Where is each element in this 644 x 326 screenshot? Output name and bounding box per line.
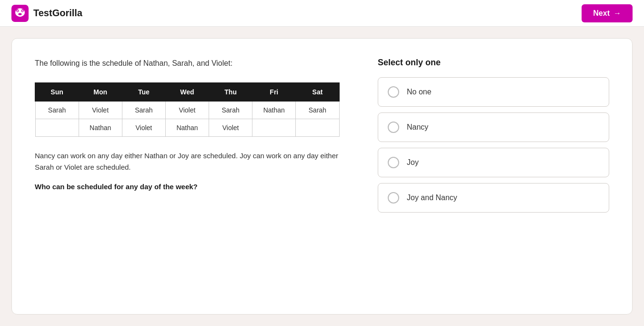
logo-icon: [11, 5, 29, 22]
logo-text: TestGorilla: [33, 8, 82, 19]
next-button[interactable]: Next →: [582, 4, 633, 22]
header: TestGorilla Next →: [0, 0, 644, 27]
intro-text: The following is the schedule of Nathan,…: [35, 58, 340, 69]
cell-wed-r1: Violet: [165, 101, 209, 119]
col-thu: Thu: [209, 83, 252, 101]
cell-fri-r1: Nathan: [252, 101, 296, 119]
option-no-one-label: No one: [407, 88, 432, 96]
clue-text: Nancy can work on any day either Nathan …: [35, 150, 340, 173]
option-joy[interactable]: Joy: [378, 148, 609, 177]
cell-fri-r2: [252, 119, 296, 137]
col-sun: Sun: [35, 83, 79, 101]
next-arrow-icon: →: [614, 9, 621, 18]
radio-joy-and-nancy[interactable]: [388, 192, 399, 204]
select-label: Select only one: [378, 58, 609, 68]
col-tue: Tue: [122, 83, 165, 101]
cell-sun-r1: Sarah: [35, 101, 79, 119]
col-mon: Mon: [79, 83, 122, 101]
cell-tue-r1: Sarah: [122, 101, 165, 119]
main-content: The following is the schedule of Nathan,…: [0, 27, 644, 326]
radio-joy[interactable]: [388, 157, 399, 168]
table-row: Nathan Violet Nathan Violet: [35, 119, 339, 137]
bold-question: Who can be scheduled for any day of the …: [35, 183, 340, 191]
next-button-label: Next: [593, 9, 610, 18]
radio-nancy[interactable]: [388, 122, 399, 133]
cell-tue-r2: Violet: [122, 119, 165, 137]
cell-thu-r2: Violet: [209, 119, 252, 137]
svg-point-4: [17, 10, 18, 11]
option-joy-and-nancy[interactable]: Joy and Nancy: [378, 183, 609, 213]
left-panel: The following is the schedule of Nathan,…: [35, 58, 340, 295]
cell-sun-r2: [35, 119, 79, 137]
option-no-one[interactable]: No one: [378, 77, 609, 107]
cell-mon-r2: Nathan: [79, 119, 122, 137]
table-row: Sarah Violet Sarah Violet Sarah Nathan S…: [35, 101, 339, 119]
right-panel: Select only one No one Nancy Joy Joy and…: [378, 58, 609, 295]
cell-mon-r1: Violet: [79, 101, 122, 119]
table-header-row: Sun Mon Tue Wed Thu Fri Sat: [35, 83, 339, 101]
cell-sat-r2: [296, 119, 339, 137]
svg-point-7: [15, 11, 18, 14]
cell-wed-r2: Nathan: [165, 119, 209, 137]
col-sat: Sat: [296, 83, 339, 101]
schedule-table: Sun Mon Tue Wed Thu Fri Sat Sarah Violet…: [35, 82, 340, 137]
logo-area: TestGorilla: [11, 5, 82, 22]
svg-point-6: [18, 13, 21, 15]
svg-point-5: [22, 10, 23, 11]
col-wed: Wed: [165, 83, 209, 101]
col-fri: Fri: [252, 83, 296, 101]
cell-thu-r1: Sarah: [209, 101, 252, 119]
option-nancy-label: Nancy: [407, 123, 428, 132]
svg-point-8: [22, 11, 25, 14]
cell-sat-r1: Sarah: [296, 101, 339, 119]
option-joy-label: Joy: [407, 158, 419, 167]
radio-no-one[interactable]: [388, 86, 399, 98]
option-nancy[interactable]: Nancy: [378, 112, 609, 142]
option-joy-and-nancy-label: Joy and Nancy: [407, 194, 457, 202]
question-card: The following is the schedule of Nathan,…: [11, 38, 633, 315]
